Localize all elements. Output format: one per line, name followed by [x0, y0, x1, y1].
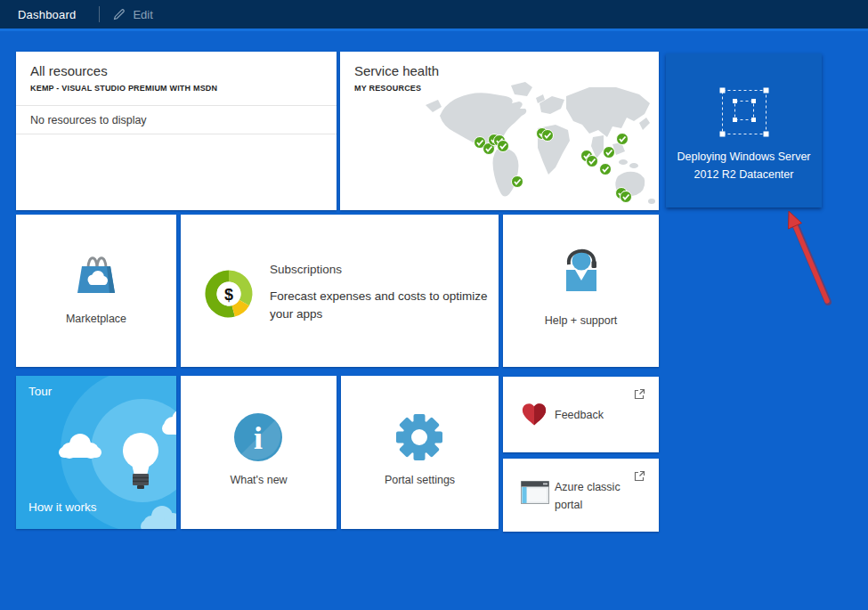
external-link-icon: [634, 470, 645, 482]
page-title: Dashboard: [18, 8, 76, 21]
all-resources-subscription: KEMP - VISUAL STUDIO PREMIUM WITH MSDN: [30, 84, 322, 93]
help-support-label: Help + support: [503, 314, 659, 327]
tile-portal-settings[interactable]: Portal settings: [341, 376, 499, 529]
currency-symbol: $: [224, 286, 233, 304]
subscriptions-donut-icon: $: [204, 269, 254, 319]
tile-all-resources[interactable]: All resources KEMP - VISUAL STUDIO PREMI…: [16, 52, 337, 210]
gear-icon: [394, 412, 444, 462]
accent-strip: [0, 28, 868, 31]
pencil-icon: [112, 7, 126, 21]
classic-portal-window-icon: [521, 481, 549, 504]
tour-footer: How it works: [28, 500, 97, 514]
tile-tour[interactable]: Tour How it works: [16, 376, 176, 529]
edit-button-label: Edit: [133, 8, 152, 21]
heart-icon: [521, 402, 548, 427]
tile-help-support[interactable]: Help + support: [503, 215, 659, 367]
portal-settings-label: Portal settings: [341, 474, 499, 486]
tile-feedback[interactable]: Feedback: [503, 377, 659, 452]
topbar-divider: [99, 6, 100, 22]
subscriptions-description: Forecast expenses and costs to optimize …: [270, 288, 501, 323]
subscriptions-title: Subscriptions: [270, 263, 342, 276]
tile-deployment-in-progress[interactable]: Deploying Windows Server 2012 R2 Datacen…: [666, 53, 822, 207]
marketplace-bag-icon: [69, 247, 123, 300]
help-support-headset-icon: [556, 243, 606, 293]
feedback-label: Feedback: [555, 406, 604, 424]
tile-subscriptions[interactable]: $ Subscriptions Forecast expenses and co…: [181, 215, 499, 367]
azure-classic-portal-label: Azure classic portal: [555, 478, 635, 514]
service-health-title: Service health: [354, 63, 645, 78]
tile-service-health[interactable]: Service health MY RESOURCES: [340, 52, 659, 210]
tile-marketplace[interactable]: Marketplace: [16, 215, 176, 367]
deployment-icon: [719, 87, 769, 137]
edit-button[interactable]: Edit: [112, 7, 152, 21]
all-resources-title: All resources: [30, 63, 322, 78]
all-resources-empty-message: No resources to display: [16, 105, 337, 134]
marketplace-label: Marketplace: [16, 313, 176, 325]
svg-text:i: i: [254, 420, 263, 456]
top-bar: Dashboard Edit: [0, 0, 868, 28]
service-health-subtitle: MY RESOURCES: [354, 84, 645, 93]
whats-new-label: What's new: [181, 474, 337, 486]
tour-title: Tour: [28, 385, 52, 398]
tile-azure-classic-portal[interactable]: Azure classic portal: [503, 459, 659, 532]
info-icon: i: [233, 412, 283, 462]
external-link-icon: [634, 388, 645, 400]
deployment-tile-label: Deploying Windows Server 2012 R2 Datacen…: [673, 148, 815, 183]
tile-whats-new[interactable]: i What's new: [181, 376, 337, 529]
